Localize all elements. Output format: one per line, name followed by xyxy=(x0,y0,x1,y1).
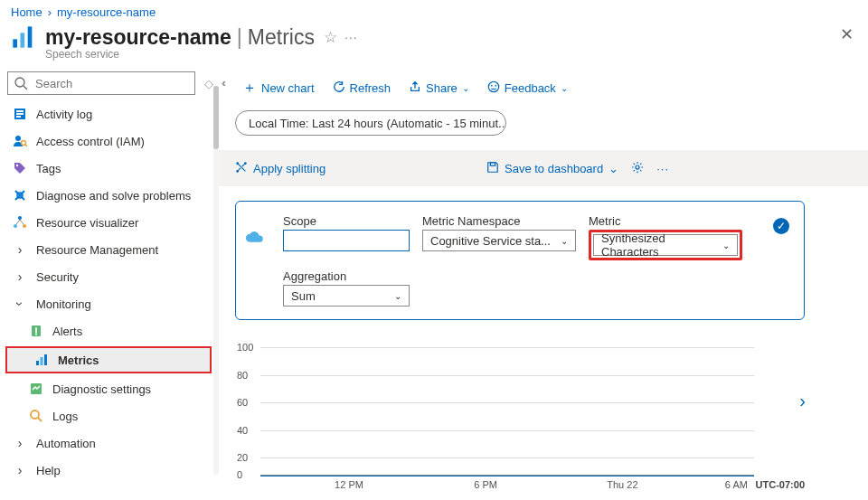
breadcrumb-home[interactable]: Home xyxy=(11,5,42,19)
chevron-right-icon: › xyxy=(13,242,27,257)
breadcrumb-separator: › xyxy=(48,5,52,19)
more-actions-icon[interactable]: ··· xyxy=(344,30,358,44)
page-title: my-resource-name xyxy=(45,25,231,50)
x-tick: 6 PM xyxy=(474,479,497,490)
split-icon xyxy=(235,161,248,176)
sidebar-item-alerts[interactable]: Alerts xyxy=(0,317,219,344)
sidebar-item-activity-log[interactable]: Activity log xyxy=(0,100,219,127)
sidebar-item-logs[interactable]: Logs xyxy=(0,402,219,429)
confirm-check-icon[interactable]: ✓ xyxy=(773,218,789,234)
sidebar-group-security[interactable]: › Security xyxy=(0,263,219,290)
metric-label: Metric xyxy=(589,214,742,228)
plus-icon: ＋ xyxy=(242,79,257,98)
svg-rect-21 xyxy=(41,357,43,365)
button-label: Refresh xyxy=(350,81,392,95)
chevron-down-icon: ⌄ xyxy=(394,291,401,301)
sidebar-item-access-control[interactable]: Access control (IAM) xyxy=(0,127,219,155)
sidebar-item-resource-visualizer[interactable]: Resource visualizer xyxy=(0,209,219,236)
svg-point-15 xyxy=(14,224,17,228)
chevron-down-icon: ⌄ xyxy=(609,162,618,175)
svg-point-14 xyxy=(18,216,22,220)
gridline xyxy=(260,347,754,348)
sidebar-search[interactable] xyxy=(7,71,195,95)
share-button[interactable]: Share ⌄ xyxy=(401,77,476,99)
svg-point-26 xyxy=(488,81,498,91)
x-tick: 6 AM xyxy=(725,479,748,490)
metrics-icon xyxy=(34,353,49,367)
alerts-icon xyxy=(29,324,43,338)
sidebar-item-label: Resource visualizer xyxy=(36,216,138,230)
gridline xyxy=(260,430,754,431)
metric-highlight-box: Synthesized Characters ⌄ xyxy=(589,230,742,260)
sidebar-item-diagnose[interactable]: Diagnose and solve problems xyxy=(0,182,219,209)
sidebar-item-label: Alerts xyxy=(52,325,82,338)
close-icon[interactable]: ✕ xyxy=(840,24,854,44)
scope-control: Scope xyxy=(283,214,410,260)
new-chart-button[interactable]: ＋ New chart xyxy=(235,75,322,101)
svg-point-33 xyxy=(636,165,639,168)
sidebar-item-label: Logs xyxy=(52,410,78,423)
scope-select[interactable] xyxy=(283,230,410,251)
sidebar-item-label: Diagnostic settings xyxy=(52,382,151,396)
svg-rect-7 xyxy=(16,113,24,115)
search-input[interactable] xyxy=(33,76,189,91)
svg-line-11 xyxy=(25,145,27,146)
chart-scroll-right[interactable]: › xyxy=(799,391,806,411)
sidebar-item-label: Access control (IAM) xyxy=(36,135,145,148)
metric-select[interactable]: Synthesized Characters ⌄ xyxy=(593,234,738,256)
expand-icon[interactable]: ◇ xyxy=(204,77,213,90)
aggregation-label: Aggregation xyxy=(283,269,742,283)
breadcrumb-resource[interactable]: my-resource-name xyxy=(57,5,156,19)
gear-icon xyxy=(631,161,644,176)
gridline xyxy=(260,375,754,376)
namespace-control: Metric Namespace Cognitive Service sta..… xyxy=(422,214,576,260)
sidebar-group-label: Monitoring xyxy=(36,297,91,311)
sidebar-item-diagnostic-settings[interactable]: Diagnostic settings xyxy=(0,375,219,402)
resource-visualizer-icon xyxy=(13,215,27,230)
svg-point-31 xyxy=(236,170,239,173)
refresh-button[interactable]: Refresh xyxy=(326,77,399,99)
diagnostic-settings-icon xyxy=(29,382,43,396)
namespace-select[interactable]: Cognitive Service sta... ⌄ xyxy=(422,230,576,251)
sidebar-item-label: Metrics xyxy=(58,354,99,367)
y-tick: 100 xyxy=(237,342,253,353)
sidebar-item-metrics[interactable]: Metrics xyxy=(5,346,212,373)
svg-rect-8 xyxy=(16,116,21,118)
breadcrumb: Home › my-resource-name xyxy=(0,0,868,21)
title-separator: | xyxy=(231,25,248,50)
save-to-dashboard-button[interactable]: Save to dashboard ⌄ xyxy=(486,161,618,176)
svg-point-28 xyxy=(495,85,496,87)
y-tick: 80 xyxy=(237,370,248,381)
namespace-value: Cognitive Service sta... xyxy=(430,234,551,248)
feedback-button[interactable]: Feedback ⌄ xyxy=(480,77,575,99)
metric-value: Synthesized Characters xyxy=(601,231,722,259)
svg-point-3 xyxy=(15,78,24,87)
sidebar-group-resource-management[interactable]: › Resource Management xyxy=(0,236,219,263)
sidebar-group-monitoring[interactable]: › Monitoring xyxy=(0,290,219,317)
chevron-right-icon: › xyxy=(13,436,27,450)
svg-point-12 xyxy=(16,165,18,166)
chart-config-bar: Apply splitting Save to dashboard ⌄ ··· xyxy=(219,150,868,186)
sidebar-group-label: Resource Management xyxy=(36,243,158,257)
favorite-star-icon[interactable]: ☆ xyxy=(324,28,337,47)
chart-settings-button[interactable] xyxy=(631,161,644,176)
time-range-picker[interactable]: Local Time: Last 24 hours (Automatic - 1… xyxy=(235,110,506,136)
svg-line-17 xyxy=(16,220,20,224)
sidebar-group-help[interactable]: › Help xyxy=(0,457,219,484)
button-label: New chart xyxy=(261,81,315,95)
feedback-icon xyxy=(487,80,500,96)
metrics-toolbar: ＋ New chart Refresh Share ⌄ Feedback ⌄ xyxy=(219,70,868,110)
namespace-label: Metric Namespace xyxy=(422,214,576,228)
svg-rect-20 xyxy=(36,361,39,365)
svg-rect-22 xyxy=(44,354,47,365)
sidebar-group-automation[interactable]: › Automation xyxy=(0,429,219,457)
apply-splitting-button[interactable]: Apply splitting xyxy=(235,161,326,176)
aggregation-select[interactable]: Sum ⌄ xyxy=(283,285,410,307)
cloud-icon xyxy=(245,231,265,250)
button-label: Feedback xyxy=(505,81,556,95)
chevron-down-icon: ⌄ xyxy=(722,241,730,250)
sidebar-item-tags[interactable]: Tags xyxy=(0,155,219,182)
svg-rect-2 xyxy=(28,26,33,47)
more-options-button[interactable]: ··· xyxy=(656,162,669,175)
chevron-down-icon: › xyxy=(13,297,27,311)
